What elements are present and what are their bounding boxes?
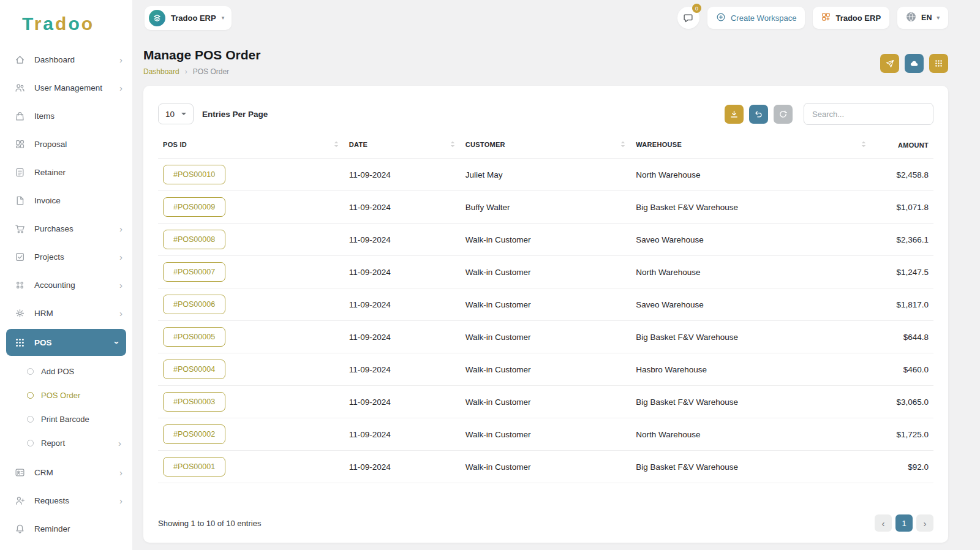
column-header-warehouse[interactable]: WAREHOUSE	[631, 138, 871, 159]
sort-icon[interactable]	[620, 140, 626, 149]
sidebar-item-reminder[interactable]: Reminder	[0, 514, 132, 543]
dots-four-icon	[15, 280, 25, 290]
sidebar-item-invoice[interactable]: Invoice	[0, 186, 132, 214]
sidebar-subitem-pos-order[interactable]: POS Order	[0, 383, 132, 407]
erp-workspace-button[interactable]: Tradoo ERP	[813, 7, 889, 29]
sort-icon[interactable]	[450, 140, 456, 149]
column-header-customer[interactable]: CUSTOMER	[461, 138, 631, 159]
pos-id-link[interactable]: #POS00006	[163, 295, 225, 314]
sidebar-subitem-print-barcode[interactable]: Print Barcode	[0, 407, 132, 431]
pos-id-cell: #POS00008	[158, 224, 344, 256]
pos-id-link[interactable]: #POS00009	[163, 197, 225, 217]
sort-icon[interactable]	[861, 140, 867, 149]
sidebar-item-items[interactable]: Items	[0, 102, 132, 130]
customer-cell: Walk-in Customer	[461, 418, 631, 451]
column-header-date[interactable]: DATE	[344, 138, 461, 159]
sidebar-item-label: Accounting	[34, 281, 75, 290]
pos-id-link[interactable]: #POS00004	[163, 360, 225, 379]
next-page-button[interactable]: ›	[916, 514, 933, 532]
sidebar-subitem-add-pos[interactable]: Add POS	[0, 360, 132, 383]
cloud-button[interactable]	[905, 54, 924, 73]
dots-grid-icon	[15, 337, 25, 348]
sidebar-item-user-management[interactable]: User Management›	[0, 73, 132, 102]
send-icon	[886, 59, 894, 68]
pos-id-link[interactable]: #POS00003	[163, 392, 225, 412]
pos-id-link[interactable]: #POS00001	[163, 457, 225, 477]
warehouse-cell: Big Basket F&V Warehouse	[631, 191, 871, 224]
entries-per-page-select[interactable]: 10	[158, 104, 194, 124]
circle-icon	[27, 416, 34, 423]
pos-id-cell: #POS00003	[158, 386, 344, 418]
table-row: #POS0000711-09-2024Walk-in CustomerNorth…	[158, 256, 933, 288]
undo-button[interactable]	[749, 105, 768, 124]
pos-id-link[interactable]: #POS00010	[163, 165, 225, 184]
pos-id-link[interactable]: #POS00005	[163, 327, 225, 347]
warehouse-cell: Saveo Warehouse	[631, 288, 871, 321]
undo-icon	[754, 110, 763, 119]
sidebar-item-label: Proposal	[34, 140, 67, 149]
brand-logo[interactable]: Tradoo	[0, 10, 132, 45]
warehouse-cell: Big Basket F&V Warehouse	[631, 321, 871, 353]
logo-letter: T	[22, 13, 34, 34]
circle-icon	[27, 392, 34, 399]
pos-id-link[interactable]: #POS00002	[163, 424, 225, 444]
breadcrumb-current: POS Order	[193, 67, 229, 76]
sidebar-subitem-label: POS Order	[41, 391, 80, 400]
pos-quick-button[interactable]	[880, 54, 899, 73]
sidebar-item-proposal[interactable]: Proposal	[0, 130, 132, 158]
prev-page-button[interactable]: ‹	[875, 514, 892, 532]
pos-order-card: 10 Entries Per Page	[143, 86, 948, 543]
download-button[interactable]	[725, 105, 744, 124]
create-workspace-button[interactable]: Create Workspace	[707, 7, 805, 29]
chat-badge: 0	[692, 4, 701, 13]
table-row: #POS0000611-09-2024Walk-in CustomerSaveo…	[158, 288, 933, 321]
sidebar-item-requests[interactable]: Requests›	[0, 486, 132, 514]
sidebar-item-retainer[interactable]: Retainer	[0, 158, 132, 186]
cloud-icon	[910, 59, 919, 68]
sidebar-item-label: HRM	[34, 309, 53, 318]
page-header-actions	[880, 54, 948, 73]
chevron-right-icon: ›	[119, 83, 123, 92]
chevron-right-icon: ›	[119, 468, 123, 477]
amount-cell: $1,247.5	[872, 256, 933, 288]
warehouse-cell: North Warehouse	[631, 159, 871, 191]
sidebar-item-label: Dashboard	[34, 55, 75, 64]
sidebar-item-hrm[interactable]: HRM›	[0, 299, 132, 327]
sidebar-item-purchases[interactable]: Purchases›	[0, 214, 132, 243]
sidebar-item-crm[interactable]: CRM›	[0, 458, 132, 486]
sidebar-subitem-report[interactable]: Report›	[0, 431, 132, 455]
pagination: ‹ 1 ›	[875, 514, 933, 532]
search-input[interactable]	[804, 103, 933, 125]
pos-id-link[interactable]: #POS00008	[163, 230, 225, 249]
sidebar-item-label: Projects	[34, 252, 64, 262]
pos-id-link[interactable]: #POS00007	[163, 262, 225, 282]
column-header-pos-id[interactable]: POS ID	[158, 138, 344, 159]
table-controls: 10 Entries Per Page	[158, 103, 933, 125]
sidebar-item-projects[interactable]: Projects›	[0, 243, 132, 271]
date-cell: 11-09-2024	[344, 191, 461, 224]
apps-grid-button[interactable]	[929, 54, 948, 73]
users-icon	[15, 83, 25, 93]
sort-icon[interactable]	[333, 140, 339, 149]
chat-button[interactable]: 0	[677, 7, 699, 29]
logo-letter: d	[55, 13, 68, 34]
language-selector[interactable]: EN ▾	[897, 7, 948, 29]
customer-cell: Walk-in Customer	[461, 256, 631, 288]
download-icon	[729, 110, 739, 119]
sidebar-item-accounting[interactable]: Accounting›	[0, 271, 132, 299]
sidebar-item-dashboard[interactable]: Dashboard›	[0, 45, 132, 73]
breadcrumb-dashboard-link[interactable]: Dashboard	[143, 67, 179, 76]
warehouse-cell: Big Basket F&V Warehouse	[631, 451, 871, 483]
date-cell: 11-09-2024	[344, 451, 461, 483]
page-number-button[interactable]: 1	[895, 514, 913, 532]
workspace-selector[interactable]: Tradoo ERP ▾	[145, 6, 232, 30]
sidebar-subitem-label: Print Barcode	[41, 415, 89, 424]
sidebar-item-pos[interactable]: POS›	[6, 329, 126, 356]
table-row: #POS0000111-09-2024Walk-in CustomerBig B…	[158, 451, 933, 483]
chevron-right-icon: ›	[119, 496, 123, 505]
customer-cell: Walk-in Customer	[461, 353, 631, 386]
globe-icon	[906, 12, 916, 24]
table-row: #POS0000511-09-2024Walk-in CustomerBig B…	[158, 321, 933, 353]
refresh-button[interactable]	[774, 105, 793, 124]
date-cell: 11-09-2024	[344, 224, 461, 256]
